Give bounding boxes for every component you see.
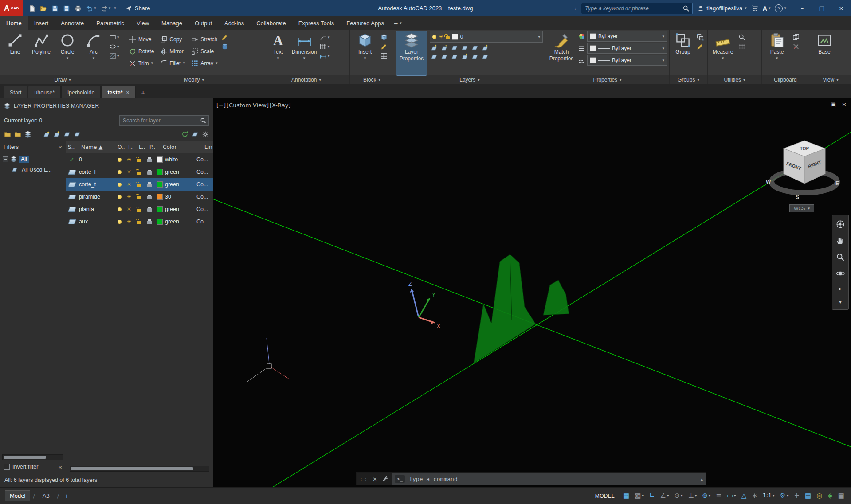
panel-label-properties[interactable]: Properties▾ — [545, 75, 669, 84]
layer-row[interactable]: aux ☀ green Co... — [66, 215, 213, 228]
new-layer-vp-freeze-button[interactable] — [53, 131, 60, 138]
layer-lock-cell[interactable] — [134, 207, 144, 212]
layer-linetype[interactable]: Co... — [196, 181, 213, 188]
layer-on-cell[interactable] — [114, 183, 124, 187]
statusbar-toggle[interactable]: ∟ ▾ — [647, 491, 657, 500]
layer-tool-button[interactable] — [482, 53, 489, 60]
statusbar-toggle[interactable]: ∗ ▾ — [749, 491, 760, 500]
caret-icon[interactable]: ▾ — [709, 494, 711, 498]
caret-icon[interactable]: ▾ — [695, 494, 697, 498]
viewport-control[interactable]: [−] — [216, 102, 226, 109]
unreconciled-layers-button[interactable] — [192, 131, 199, 138]
viewport-window-button[interactable]: – — [822, 101, 825, 108]
layer-row[interactable]: piramide ☀ 30 Co... — [66, 191, 213, 203]
layer-lock-cell[interactable] — [134, 157, 144, 162]
statusbar-toggle[interactable]: ⚙ ▾ — [777, 491, 791, 500]
layer-row[interactable]: corte_t ☀ green Co... — [66, 178, 213, 191]
cart-icon[interactable] — [751, 5, 758, 12]
ribbon-tab[interactable]: View — [130, 16, 155, 30]
command-line[interactable]: ⋮⋮ × >_ Type a command ▴ — [356, 472, 706, 485]
space-toggle[interactable]: MODEL — [595, 493, 615, 499]
statusbar-toggle[interactable]: ◈ ▾ — [825, 491, 835, 500]
layer-tool-button[interactable] — [441, 44, 448, 51]
property-dropdown-row[interactable]: ByLayer ▾ — [578, 43, 667, 54]
caret-icon[interactable]: ▾ — [787, 494, 789, 498]
base-view-button[interactable]: Base — [812, 31, 837, 75]
layer-linetype[interactable]: Co... — [196, 194, 213, 200]
layer-on-cell[interactable] — [114, 220, 124, 224]
layer-lock-cell[interactable] — [134, 182, 144, 187]
ribbon-small-button[interactable]: ▾ — [109, 34, 119, 41]
layer-states-button[interactable] — [24, 131, 31, 138]
layer-tool-button[interactable] — [451, 44, 458, 51]
ribbon-tab[interactable]: Manage — [155, 16, 188, 30]
flyout-caret-icon[interactable]: ▾ — [303, 56, 306, 60]
ribbon-big-button[interactable]: Line ▾ — [2, 31, 28, 75]
ribbon-small-button[interactable]: ▾ — [320, 34, 330, 41]
panel-label-block[interactable]: Block▾ — [350, 75, 394, 84]
statusbar-toggle[interactable]: + ▾ — [792, 491, 802, 500]
search-icon[interactable] — [682, 5, 690, 12]
set-current-layer-button[interactable] — [74, 131, 81, 138]
ribbon-small-button[interactable] — [697, 34, 704, 41]
column-header[interactable]: S.. — [66, 144, 79, 150]
qat-button[interactable]: ▾ — [84, 4, 98, 13]
help-button[interactable]: ? ▾ — [775, 4, 786, 12]
panel-label-view[interactable]: View▾ — [809, 75, 851, 84]
bylayer-dropdown[interactable]: ByLayer ▾ — [587, 55, 667, 66]
qat-customize-button[interactable]: ▾ — [112, 5, 118, 12]
property-dropdown-row[interactable]: ByLayer ▾ — [578, 31, 667, 42]
titlebar-search[interactable] — [581, 3, 693, 14]
new-layer-button[interactable] — [43, 131, 50, 138]
layer-linetype[interactable]: Co... — [196, 156, 213, 163]
flyout-caret-icon[interactable]: ▾ — [722, 56, 724, 60]
layer-name[interactable]: 0 — [78, 156, 114, 163]
column-header[interactable]: Lin — [203, 144, 213, 150]
ribbon-big-button[interactable]: Dimension ▾ — [291, 31, 317, 75]
statusbar-toggle[interactable]: ◎ ▾ — [814, 491, 824, 500]
statusbar-toggle[interactable]: ▭ ▾ — [725, 491, 738, 500]
layer-dropdown[interactable]: ☀ 0 ▾ — [430, 31, 543, 43]
statusbar-toggle[interactable]: ⊕ ▾ — [700, 491, 713, 500]
file-tab[interactable]: Start — [4, 86, 27, 98]
layer-freeze-cell[interactable]: ☀ — [124, 182, 134, 187]
caret-icon[interactable]: ▾ — [734, 494, 736, 498]
new-group-filter-button[interactable] — [14, 131, 21, 138]
viewport-window-button[interactable]: × — [842, 101, 847, 108]
autodesk-app-button[interactable]: A ▾ — [763, 5, 771, 12]
ribbon-big-button[interactable]: Arc ▾ — [81, 31, 106, 75]
ribbon-tab[interactable]: Collaborate — [250, 16, 292, 30]
minimize-button[interactable]: – — [792, 0, 812, 16]
autocad-logo[interactable]: A CAD — [0, 0, 23, 16]
property-icon[interactable] — [578, 57, 585, 64]
layer-name[interactable]: planta — [78, 206, 114, 212]
ribbon-small-button[interactable]: Rotate ▾ — [128, 45, 155, 57]
steering-wheel-icon[interactable] — [836, 220, 845, 229]
new-drawing-tab-button[interactable]: + — [138, 87, 148, 97]
settings-button[interactable] — [202, 131, 209, 138]
column-header[interactable]: P.. — [149, 144, 161, 150]
column-header[interactable]: F.. — [127, 144, 138, 150]
ribbon-small-button[interactable]: Scale ▾ — [190, 45, 219, 57]
layer-plot-cell[interactable] — [144, 182, 155, 187]
panel-label-modify[interactable]: Modify▾ — [125, 75, 263, 84]
ribbon-small-button[interactable] — [380, 52, 388, 59]
layer-tool-button[interactable] — [441, 53, 448, 60]
layer-freeze-cell[interactable]: ☀ — [124, 157, 134, 162]
flyout-caret-icon[interactable]: ▾ — [277, 56, 279, 60]
flyout-caret-icon[interactable]: ▾ — [183, 61, 185, 65]
layer-freeze-cell[interactable]: ☀ — [124, 169, 134, 175]
tab-close-icon[interactable]: × — [126, 90, 129, 96]
qat-button[interactable]: ▾ — [73, 4, 83, 13]
property-dropdown-row[interactable]: ByLayer ▾ — [578, 55, 667, 66]
layer-color-cell[interactable]: 30 — [155, 194, 196, 200]
layer-row[interactable]: corte_l ☀ green Co... — [66, 166, 213, 178]
ribbon-small-button[interactable] — [380, 34, 388, 41]
ribbon-small-button[interactable] — [380, 43, 388, 50]
statusbar-toggle[interactable]: 1:1 ▾ — [761, 492, 777, 500]
qat-button[interactable]: ▾ — [38, 4, 49, 13]
wcs-selector[interactable]: WCS ▾ — [789, 204, 814, 212]
layer-lock-cell[interactable] — [134, 219, 144, 224]
layer-plot-cell[interactable] — [144, 157, 155, 162]
ribbon-small-button[interactable]: Copy ▾ — [159, 33, 186, 45]
